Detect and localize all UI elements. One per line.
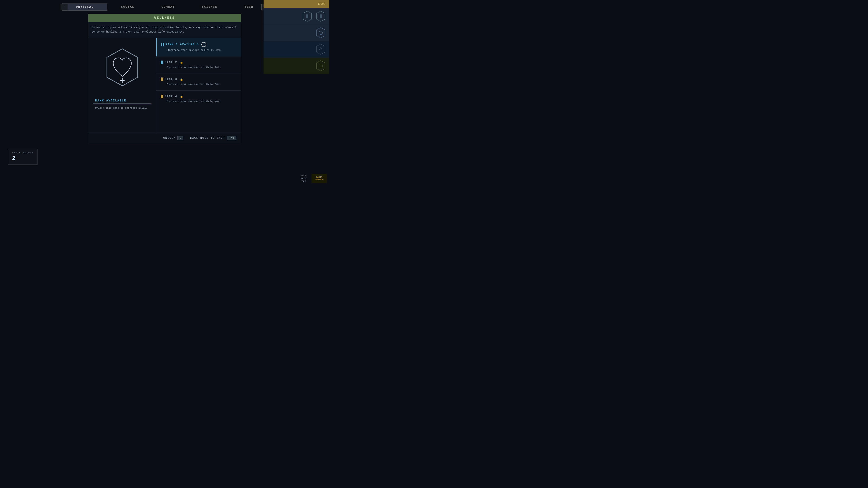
panel-body: RANK AVAILABLE Unlock this Rank to incre… — [88, 38, 241, 133]
rank-4-bars — [161, 95, 163, 98]
tab-social[interactable]: SOCIAL — [107, 3, 148, 11]
skills-panel: WELLNESS By embracing an active lifestyl… — [88, 14, 241, 143]
tab-combat[interactable]: COMBAT — [148, 3, 188, 11]
side-skill-icon-5 — [315, 60, 326, 72]
rank-2-desc: Increase your maximum health by 20%. — [167, 66, 236, 69]
gamer-guides-badge: GAMERGUIDES — [311, 174, 327, 183]
rank-2-bars — [161, 61, 163, 64]
hold-label: HOLD — [301, 175, 307, 177]
side-item-3[interactable] — [264, 41, 329, 58]
back-label-bottom: BACK — [301, 177, 307, 180]
back-action[interactable]: BACK HOLD TO EXIT TAB — [190, 136, 236, 140]
svg-rect-11 — [319, 65, 322, 67]
tab-physical[interactable]: PHYSICAL — [62, 3, 107, 11]
skill-points-value: 2 — [12, 155, 34, 162]
side-item-1[interactable] — [264, 8, 329, 25]
rank-4-header: RANK 4 🔒 — [161, 95, 236, 98]
rank-bar — [161, 61, 162, 64]
rank-1-bars — [161, 43, 164, 46]
svg-marker-10 — [316, 61, 325, 71]
rank-bar — [163, 43, 164, 46]
nav-arrow-left[interactable]: ← — [61, 4, 68, 10]
wellness-icon — [104, 47, 141, 88]
bottom-right: HOLD BACK TAB GAMERGUIDES — [301, 174, 327, 183]
rank-bar-gold — [162, 77, 163, 81]
nav-tabs: PHYSICAL SOCIAL COMBAT SCIENCE TECH — [62, 3, 267, 11]
tab-label-bottom: TAB — [301, 180, 306, 183]
rank-item-4[interactable]: RANK 4 🔒 Increase your maximum health by… — [156, 91, 241, 107]
svg-point-8 — [319, 31, 322, 35]
rank-bar — [161, 43, 162, 46]
lock-icon-3: 🔒 — [180, 78, 183, 81]
rank-bar-gold — [161, 95, 162, 98]
lock-icon-4: 🔒 — [180, 95, 183, 98]
rank-bar-gold — [162, 95, 163, 98]
svg-marker-9 — [316, 44, 325, 55]
lock-icon-2: 🔒 — [180, 61, 183, 64]
rank-3-header: RANK 3 🔒 — [161, 77, 236, 81]
svg-rect-6 — [320, 14, 322, 18]
rank-bar-gold — [161, 77, 162, 81]
side-skill-icon-1 — [302, 10, 312, 22]
side-item-2[interactable] — [264, 25, 329, 41]
side-skill-icon-2 — [315, 10, 326, 22]
rank-2-label: RANK 2 — [165, 61, 177, 64]
side-panel-items — [264, 8, 329, 74]
side-panel: SOC — [264, 0, 329, 185]
rank-1-header: RANK 1 AVAILABLE — [161, 42, 236, 47]
skill-points-box: SKILL POINTS 2 — [8, 149, 37, 165]
panel-title: WELLNESS — [88, 14, 241, 22]
svg-marker-7 — [316, 28, 325, 38]
skill-points-label: SKILL POINTS — [12, 152, 34, 154]
rank-available-desc: Unlock this Rank to increase Skill. — [95, 106, 147, 110]
rank-3-desc: Increase your maximum health by 30%. — [167, 83, 236, 86]
rank-item-2[interactable]: RANK 2 🔒 Increase your maximum health by… — [156, 57, 241, 74]
skill-icon-container — [102, 45, 143, 90]
unlock-label: UNLOCK — [163, 136, 176, 140]
back-label: BACK — [190, 136, 198, 140]
rank-2-header: RANK 2 🔒 — [161, 61, 236, 64]
side-item-4[interactable] — [264, 58, 329, 74]
rank-1-desc: Increase your maximum health by 10%. — [168, 48, 236, 52]
rank-item-1[interactable]: RANK 1 AVAILABLE Increase your maximum h… — [156, 38, 241, 57]
back-button-bottom[interactable]: HOLD BACK TAB — [301, 175, 307, 183]
rank-1-label: RANK 1 AVAILABLE — [165, 43, 199, 46]
side-panel-title: SOC — [264, 0, 329, 8]
rank-available-label: RANK AVAILABLE — [95, 99, 126, 102]
unlock-key: E — [178, 136, 183, 140]
cursor-indicator — [202, 42, 206, 47]
panel-description: By embracing an active lifestyle and goo… — [88, 22, 241, 38]
ranks-list: RANK 1 AVAILABLE Increase your maximum h… — [156, 38, 241, 133]
action-bar: UNLOCK E BACK HOLD TO EXIT TAB — [88, 133, 241, 143]
hold-to-exit: HOLD TO EXIT — [200, 136, 225, 140]
rank-4-desc: Increase your maximum health by 40%. — [167, 100, 236, 103]
rank-4-label: RANK 4 — [165, 95, 177, 98]
rank-item-3[interactable]: RANK 3 🔒 Increase your maximum health by… — [156, 73, 241, 91]
svg-rect-4 — [306, 14, 308, 18]
back-key: TAB — [227, 136, 236, 140]
rank-3-label: RANK 3 — [165, 78, 177, 81]
side-skill-icon-3 — [315, 27, 326, 39]
tab-science[interactable]: SCIENCE — [188, 3, 231, 11]
rank-bar — [162, 61, 163, 64]
unlock-action[interactable]: UNLOCK E — [163, 136, 183, 140]
skill-info: RANK AVAILABLE Unlock this Rank to incre… — [88, 38, 156, 133]
gamer-guides-text: GAMERGUIDES — [315, 176, 323, 181]
side-skill-icon-4 — [315, 43, 326, 55]
rank-3-bars — [161, 77, 163, 81]
